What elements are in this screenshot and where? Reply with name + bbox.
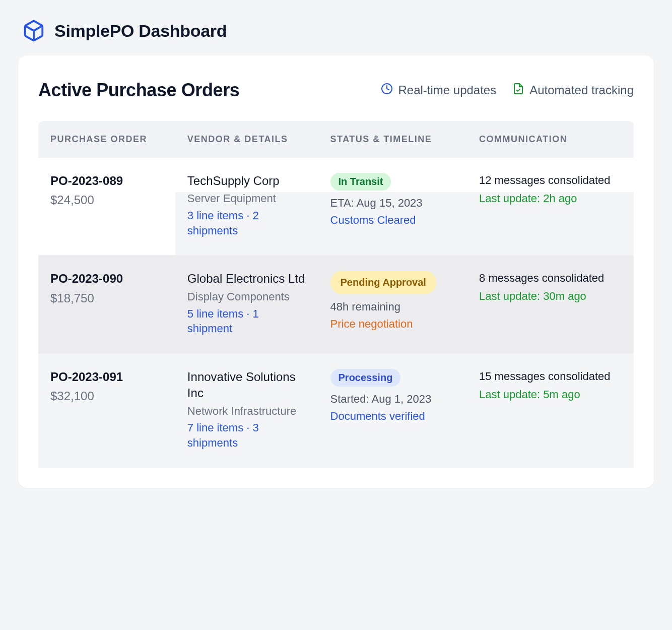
po-amount: $32,100: [50, 388, 163, 404]
card-title: Active Purchase Orders: [38, 80, 363, 101]
vendor-meta[interactable]: 5 line items · 1 shipment: [187, 306, 306, 336]
po-id: PO-2023-090: [50, 271, 163, 287]
po-amount: $24,500: [50, 192, 163, 208]
po-id: PO-2023-091: [50, 369, 163, 385]
orders-card: Active Purchase Orders Real-time updates: [18, 55, 654, 488]
col-po: PURCHASE ORDER: [38, 121, 175, 158]
col-comm: COMMUNICATION: [467, 121, 634, 158]
status-note: Price negotiation: [330, 317, 455, 332]
comm-summary: 12 messages consolidated: [479, 173, 622, 188]
table-row[interactable]: PO-2023-091$32,100Innovative Solutions I…: [38, 353, 634, 467]
vendor-name: Global Electronics Ltd: [187, 271, 306, 287]
comm-summary: 8 messages consolidated: [479, 271, 622, 286]
vendor-desc: Server Equipment: [187, 191, 306, 206]
table-header-row: PURCHASE ORDER VENDOR & DETAILS STATUS &…: [38, 121, 634, 158]
status-subtext: Started: Aug 1, 2023: [330, 392, 455, 407]
col-status: STATUS & TIMELINE: [318, 121, 467, 158]
comm-summary: 15 messages consolidated: [479, 369, 622, 384]
vendor-name: TechSupply Corp: [187, 173, 306, 189]
po-id: PO-2023-089: [50, 173, 163, 189]
box-logo-icon: [22, 19, 45, 42]
col-vendor: VENDOR & DETAILS: [175, 121, 318, 158]
vendor-desc: Display Components: [187, 289, 306, 304]
comm-last-update: Last update: 30m ago: [479, 289, 622, 304]
status-badge: Processing: [330, 369, 401, 387]
status-note: Customs Cleared: [330, 213, 455, 228]
vendor-meta[interactable]: 7 line items · 3 shipments: [187, 420, 306, 450]
status-subtext: ETA: Aug 15, 2023: [330, 196, 455, 211]
card-header: Active Purchase Orders Real-time updates: [38, 80, 634, 101]
vendor-desc: Network Infrastructure: [187, 404, 306, 419]
status-badge: Pending Approval: [330, 271, 436, 294]
orders-table: PURCHASE ORDER VENDOR & DETAILS STATUS &…: [38, 121, 634, 468]
tracking-indicator: Automated tracking: [512, 83, 634, 98]
table-row[interactable]: PO-2023-089$24,500TechSupply CorpServer …: [38, 158, 634, 256]
po-amount: $18,750: [50, 290, 163, 306]
clock-icon: [381, 83, 393, 98]
realtime-label: Real-time updates: [398, 83, 496, 97]
status-subtext: 48h remaining: [330, 299, 455, 314]
comm-last-update: Last update: 2h ago: [479, 191, 622, 206]
status-note: Documents verified: [330, 409, 455, 424]
card-indicators: Real-time updates Automated tracking: [381, 83, 634, 98]
vendor-name: Innovative Solutions Inc: [187, 369, 306, 402]
file-check-icon: [512, 83, 524, 98]
table-row[interactable]: PO-2023-090$18,750Global Electronics Ltd…: [38, 256, 634, 353]
realtime-indicator: Real-time updates: [381, 83, 496, 98]
comm-last-update: Last update: 5m ago: [479, 387, 622, 402]
status-badge: In Transit: [330, 173, 391, 191]
vendor-meta[interactable]: 3 line items · 2 shipments: [187, 208, 306, 238]
tracking-label: Automated tracking: [529, 83, 634, 97]
app-header: SimplePO Dashboard: [0, 0, 672, 55]
app-title: SimplePO Dashboard: [54, 21, 227, 41]
